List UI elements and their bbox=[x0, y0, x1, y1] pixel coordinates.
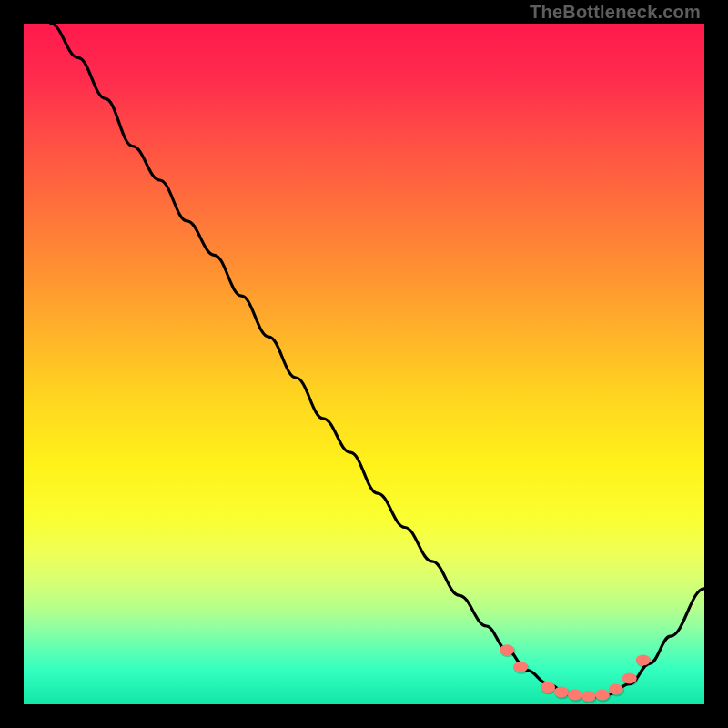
marker-dot bbox=[622, 673, 637, 684]
marker-dots bbox=[500, 644, 652, 703]
bottleneck-curve bbox=[51, 24, 704, 698]
marker-dot bbox=[636, 654, 651, 665]
marker-dot bbox=[500, 644, 514, 655]
marker-dot bbox=[595, 690, 610, 701]
attribution-text: TheBottleneck.com bbox=[530, 2, 701, 23]
curve-svg bbox=[24, 24, 704, 704]
chart-frame: TheBottleneck.com bbox=[0, 0, 728, 728]
marker-dot bbox=[568, 690, 582, 701]
marker-dot bbox=[541, 682, 555, 693]
marker-dot bbox=[581, 691, 596, 702]
plot-area bbox=[24, 24, 704, 704]
marker-dot bbox=[513, 662, 528, 672]
marker-dot bbox=[609, 684, 623, 695]
marker-dot bbox=[554, 687, 569, 698]
